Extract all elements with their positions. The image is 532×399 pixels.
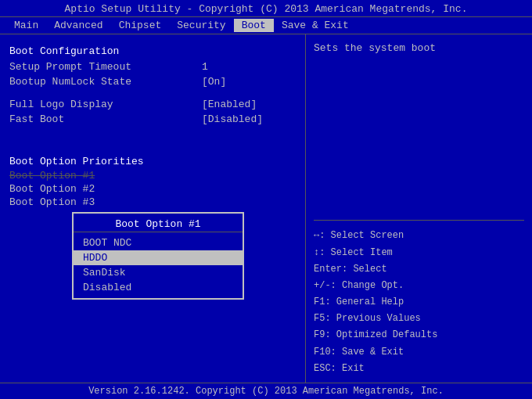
popup-option-hddo[interactable]: HDDO: [74, 250, 243, 265]
priority-header: Boot Option Priorities: [9, 156, 296, 167]
key-previous-values: F5: Previous Values: [314, 311, 524, 326]
boot-config-header: Boot Configuration: [9, 45, 296, 57]
key-enter-select: Enter: Select: [314, 262, 524, 277]
numlock-label: Bootup NumLock State: [9, 76, 131, 88]
boot-option-1-row: Boot Option #1: [9, 169, 296, 182]
boot-option-1-label: Boot Option #1: [9, 170, 95, 182]
content-area: Boot Configuration Setup Prompt Timeout …: [0, 34, 532, 383]
status-bar: Version 2.16.1242. Copyright (C) 2013 Am…: [0, 383, 532, 399]
full-logo-value[interactable]: [Enabled]: [202, 99, 296, 110]
menu-boot[interactable]: Boot: [234, 19, 274, 32]
boot-option-3-row: Boot Option #3: [9, 196, 296, 209]
footer-text: Version 2.16.1242. Copyright (C) 2013 Am…: [88, 386, 444, 397]
priority-section: Boot Option Priorities Boot Option #1 Bo…: [9, 151, 296, 300]
fast-boot-row: Fast Boot [Disabled]: [9, 113, 296, 126]
popup-option-sandisk[interactable]: SanDisk: [74, 265, 243, 280]
boot-option-2-row: Boot Option #2: [9, 182, 296, 196]
title-text: Aptio Setup Utility - Copyright (C) 2013…: [65, 3, 468, 15]
boot-option-popup: Boot Option #1 BOOT NDC HDDO SanDisk Dis…: [72, 212, 244, 300]
menu-save-exit[interactable]: Save & Exit: [274, 19, 357, 32]
menu-main[interactable]: Main: [6, 19, 46, 32]
title-bar: Aptio Setup Utility - Copyright (C) 2013…: [0, 0, 532, 16]
setup-prompt-row: Setup Prompt Timeout 1: [9, 60, 296, 74]
bios-screen: Aptio Setup Utility - Copyright (C) 2013…: [0, 0, 532, 399]
fast-boot-label: Fast Boot: [9, 113, 64, 125]
left-panel: Boot Configuration Setup Prompt Timeout …: [0, 34, 305, 383]
boot-option-2-label[interactable]: Boot Option #2: [9, 183, 95, 195]
popup-title: Boot Option #1: [74, 217, 243, 232]
menu-chipset[interactable]: Chipset: [111, 19, 170, 32]
setup-prompt-label: Setup Prompt Timeout: [9, 61, 131, 73]
numlock-row: Bootup NumLock State [On]: [9, 75, 296, 88]
numlock-value[interactable]: [On]: [202, 76, 296, 88]
key-esc-exit: ESC: Exit: [314, 361, 524, 376]
menu-bar: Main Advanced Chipset Security Boot Save…: [0, 16, 532, 34]
help-text: Sets the system boot: [314, 41, 524, 56]
full-logo-row: Full Logo Display [Enabled]: [9, 98, 296, 111]
key-optimized-defaults: F9: Optimized Defaults: [314, 328, 524, 343]
full-logo-label: Full Logo Display: [9, 99, 113, 110]
key-select-screen: ↔: Select Screen: [314, 228, 524, 243]
key-select-item: ↕: Select Item: [314, 246, 524, 261]
boot-option-3-label[interactable]: Boot Option #3: [9, 196, 95, 208]
popup-option-disabled[interactable]: Disabled: [74, 280, 243, 295]
popup-overlay: Boot Option #1 BOOT NDC HDDO SanDisk Dis…: [72, 212, 296, 300]
help-divider: [314, 220, 524, 221]
setup-prompt-value[interactable]: 1: [202, 61, 296, 73]
menu-security[interactable]: Security: [169, 19, 233, 32]
menu-advanced[interactable]: Advanced: [46, 19, 110, 32]
key-general-help: F1: General Help: [314, 295, 524, 310]
right-panel: Sets the system boot ↔: Select Screen ↕:…: [305, 34, 532, 383]
fast-boot-value[interactable]: [Disabled]: [202, 113, 296, 125]
key-save-exit: F10: Save & Exit: [314, 345, 524, 360]
key-change-opt: +/-: Change Opt.: [314, 279, 524, 293]
popup-option-boot-ndc[interactable]: BOOT NDC: [74, 235, 243, 250]
